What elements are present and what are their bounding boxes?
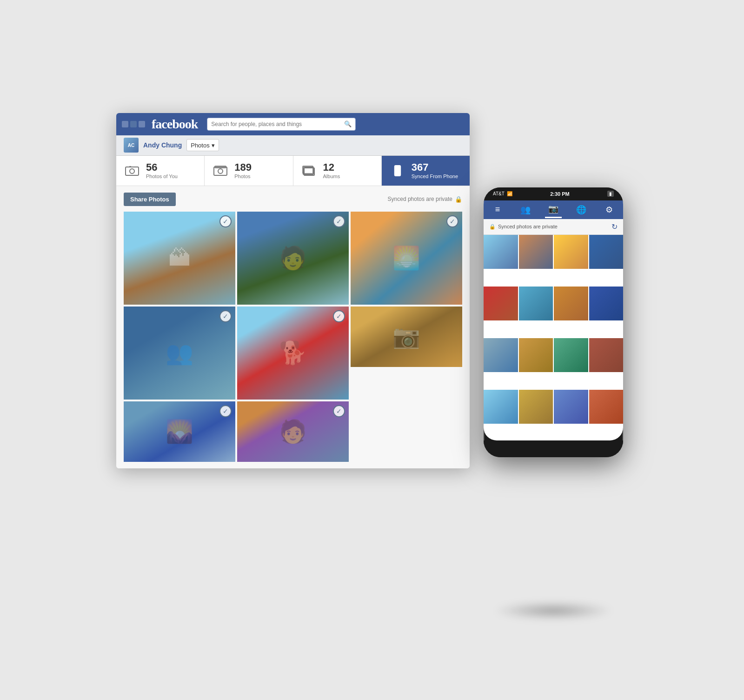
stat-photos[interactable]: 189 Photos <box>205 156 293 186</box>
avatar: AC <box>124 138 139 153</box>
stat-number: 189 <box>234 162 252 173</box>
facebook-logo-text: facebook <box>152 117 198 132</box>
synced-private-label: Synced photos are private <box>388 196 452 202</box>
stat-number: 367 <box>412 162 458 173</box>
photo-3-overlay: 🌅 <box>351 212 462 305</box>
phone-carrier-signal: AT&T 📶 <box>493 191 512 196</box>
phone-photo-13[interactable] <box>484 390 518 424</box>
stat-synced-from-phone[interactable]: 367 Synced From Phone <box>382 156 470 186</box>
svg-point-10 <box>397 174 398 175</box>
svg-rect-0 <box>126 167 139 175</box>
phone-photo-7[interactable] <box>554 287 588 321</box>
phone-photo-11[interactable] <box>554 338 588 373</box>
photo-2-overlay: 🧑 <box>237 212 349 305</box>
stat-label: Photos <box>234 173 252 179</box>
photo-1-overlay: 🏔 <box>124 212 235 305</box>
photos-section: Share Photos Synced photos are private 🔒… <box>116 186 470 468</box>
stat-label: Synced From Phone <box>412 173 458 179</box>
phone-photo-4[interactable] <box>589 235 624 269</box>
phone-photo-10[interactable] <box>519 338 553 373</box>
phone-globe-icon[interactable]: 🌐 <box>573 201 590 218</box>
photos-dropdown[interactable]: Photos ▾ <box>186 139 219 151</box>
wifi-icon: 📶 <box>507 191 512 196</box>
stat-content-synced: 367 Synced From Phone <box>412 162 458 179</box>
phone-photo-1[interactable] <box>484 235 518 269</box>
photo-7-overlay: 🌄 <box>124 401 235 462</box>
svg-point-1 <box>130 169 134 173</box>
phone-photo-3[interactable] <box>554 235 588 269</box>
stat-number: 12 <box>323 162 340 173</box>
phone-lock-icon: 🔒 <box>489 224 496 230</box>
photos-icon <box>212 164 229 177</box>
photo-cell-4[interactable]: 👥 ✓ <box>124 307 235 400</box>
facebook-navbar: facebook 🔍 <box>116 113 470 135</box>
photos-of-you-icon <box>124 164 140 177</box>
synced-private-notice: Synced photos are private 🔒 <box>388 196 462 203</box>
stat-content-photos: 189 Photos <box>234 162 252 179</box>
battery-icon: ▮ <box>607 191 614 197</box>
phone-photo-15[interactable] <box>554 390 588 424</box>
chevron-down-icon: ▾ <box>212 142 215 149</box>
stat-photos-of-you[interactable]: 56 Photos of You <box>116 156 205 186</box>
stat-content-photos-of-you: 56 Photos of You <box>146 162 178 179</box>
photo-cell-2[interactable]: 🧑 ✓ <box>237 212 349 305</box>
photo-check-3[interactable]: ✓ <box>446 215 458 227</box>
stat-number: 56 <box>146 162 178 173</box>
search-icon: 🔍 <box>344 120 352 127</box>
photo-check-4[interactable]: ✓ <box>219 310 232 322</box>
stats-row: 56 Photos of You 189 Photos <box>116 156 470 186</box>
photo-cell-7[interactable]: 🌄 ✓ <box>124 401 235 462</box>
svg-rect-11 <box>396 166 399 167</box>
phone-synced-label-group: 🔒 Synced photos are private <box>489 224 558 230</box>
photos-toolbar: Share Photos Synced photos are private 🔒 <box>124 193 462 206</box>
phone-mock: AT&T 📶 2:30 PM ▮ ≡ 👥 📷 🌐 ⚙ 🔒 Synced phot… <box>484 187 623 457</box>
photo-grid: 🏔 ✓ 🧑 ✓ 🌅 ✓ 👥 ✓ 🐕 ✓ <box>124 212 462 462</box>
photo-check-2[interactable]: ✓ <box>333 215 345 227</box>
photo-cell-5[interactable]: 🐕 ✓ <box>237 307 349 400</box>
photo-check-8[interactable]: ✓ <box>333 405 345 417</box>
phone-bottom-bar <box>484 440 623 457</box>
phone-friends-icon[interactable]: 👥 <box>517 201 534 218</box>
phone-photo-12[interactable] <box>589 338 624 373</box>
stat-label: Photos of You <box>146 173 178 179</box>
phone-menu-icon[interactable]: ≡ <box>489 201 506 218</box>
dropdown-label: Photos <box>191 142 209 149</box>
photo-check-5[interactable]: ✓ <box>333 310 345 322</box>
photo-cell-1[interactable]: 🏔 ✓ <box>124 212 235 305</box>
phone-photo-2[interactable] <box>519 235 553 269</box>
share-photos-button[interactable]: Share Photos <box>124 193 176 206</box>
phone-reflection <box>493 601 614 620</box>
phone-settings-icon[interactable]: ⚙ <box>601 201 618 218</box>
phone-time: 2:30 PM <box>550 191 570 197</box>
phone-photo-14[interactable] <box>519 390 553 424</box>
photo-cell-8[interactable]: 🧑 ✓ <box>237 401 349 462</box>
facebook-logo-icons <box>122 121 145 127</box>
phone-photo-8[interactable] <box>589 287 624 321</box>
photo-4-overlay: 👥 <box>124 307 235 400</box>
search-bar[interactable]: 🔍 <box>207 118 356 131</box>
photo-check-7[interactable]: ✓ <box>219 405 232 417</box>
photo-cell-6[interactable]: 📷 <box>351 307 462 367</box>
phone-photo-9[interactable] <box>484 338 518 373</box>
phone-icon <box>389 164 406 177</box>
photo-6-overlay: 📷 <box>351 307 462 367</box>
profile-subheader: AC Andy Chung Photos ▾ <box>116 135 470 156</box>
phone-screen: ≡ 👥 📷 🌐 ⚙ 🔒 Synced photos are private ↻ <box>484 200 623 440</box>
albums-icon <box>301 164 318 177</box>
phone-photos-nav-icon[interactable]: 📷 <box>545 201 562 218</box>
stat-label: Albums <box>323 173 340 179</box>
carrier-name: AT&T <box>493 191 505 196</box>
phone-synced-label: Synced photos are private <box>498 224 558 229</box>
search-input[interactable] <box>211 121 341 127</box>
photo-check-1[interactable]: ✓ <box>219 215 232 227</box>
phone-photo-5[interactable] <box>484 287 518 321</box>
phone-photo-grid <box>484 235 623 440</box>
stat-albums[interactable]: 12 Albums <box>293 156 382 186</box>
lock-icon: 🔒 <box>455 196 462 203</box>
phone-refresh-icon[interactable]: ↻ <box>611 222 618 231</box>
phone-photo-6[interactable] <box>519 287 553 321</box>
phone-photo-16[interactable] <box>589 390 624 424</box>
phone-facebook-nav: ≡ 👥 📷 🌐 ⚙ <box>484 200 623 219</box>
photo-5-overlay: 🐕 <box>237 307 349 400</box>
photo-cell-3[interactable]: 🌅 ✓ <box>351 212 462 305</box>
